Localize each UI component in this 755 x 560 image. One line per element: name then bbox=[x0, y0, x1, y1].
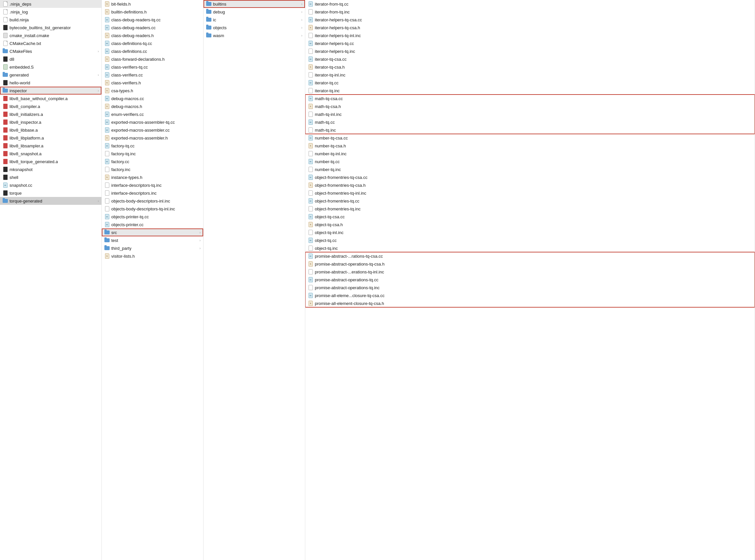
list-item[interactable]: ccobjects-printer.cc bbox=[102, 221, 203, 228]
list-item[interactable]: cciterator-helpers-tq.cc bbox=[305, 39, 755, 47]
list-item[interactable]: hvisitor-lists.h bbox=[102, 252, 203, 260]
list-item[interactable]: ccpromise-abstract-operations-tq.cc bbox=[305, 276, 755, 284]
list-item[interactable]: objects› bbox=[203, 24, 305, 32]
list-item[interactable]: iterator-tq.inc bbox=[305, 87, 755, 95]
list-item[interactable]: ccpromise-abstract-...rations-tq-csa.cc bbox=[305, 252, 755, 260]
list-item[interactable]: math-tq.inc bbox=[305, 126, 755, 134]
list-item[interactable]: debug› bbox=[203, 8, 305, 16]
list-item[interactable]: ccfactory.cc bbox=[102, 158, 203, 165]
list-item[interactable]: hpromise-abstract-operations-tq-csa.h bbox=[305, 260, 755, 268]
list-item[interactable]: third_party› bbox=[102, 244, 203, 252]
list-item[interactable]: build.ninja bbox=[0, 16, 101, 24]
list-item[interactable]: ccenum-verifiers.cc bbox=[102, 110, 203, 118]
list-item[interactable]: hcsa-types.h bbox=[102, 87, 203, 95]
list-item[interactable]: libv8_base_without_compiler.a bbox=[0, 95, 101, 102]
list-item[interactable]: hiterator-helpers-tq-csa.h bbox=[305, 24, 755, 32]
list-item[interactable]: libv8_torque_generated.a bbox=[0, 158, 101, 165]
list-item[interactable]: promise-abstract-...erations-tq-inl.inc bbox=[305, 268, 755, 276]
list-item[interactable]: src› bbox=[102, 228, 203, 236]
list-item[interactable]: embedded.S bbox=[0, 63, 101, 71]
list-item[interactable]: torque-generated› bbox=[0, 197, 101, 205]
list-item[interactable]: hobject-tq-csa.h bbox=[305, 221, 755, 228]
list-item[interactable]: hbit-fields.h bbox=[102, 0, 203, 8]
list-item[interactable]: CMakeFiles› bbox=[0, 47, 101, 55]
list-item[interactable]: libv8_libbase.a bbox=[0, 126, 101, 134]
list-item[interactable]: ccmath-tq-csa.cc bbox=[305, 95, 755, 102]
list-item[interactable]: hbuiltin-definitions.h bbox=[102, 8, 203, 16]
list-item[interactable]: cciterator-from-tq.cc bbox=[305, 0, 755, 8]
list-item[interactable]: cmake_install.cmake bbox=[0, 32, 101, 39]
list-item[interactable]: hclass-debug-readers.h bbox=[102, 32, 203, 39]
list-item[interactable]: ccobject-fromentries-tq.cc bbox=[305, 197, 755, 205]
list-item[interactable]: iterator-helpers-tq.inc bbox=[305, 47, 755, 55]
list-item[interactable]: ccfactory-tq.cc bbox=[102, 142, 203, 150]
list-item[interactable]: hnumber-tq-csa.h bbox=[305, 142, 755, 150]
list-item[interactable]: d8 bbox=[0, 55, 101, 63]
list-item[interactable]: hpromise-all-element-closure-tq-csa.h bbox=[305, 299, 755, 307]
list-item[interactable]: .ninja_log bbox=[0, 8, 101, 16]
list-item[interactable]: number-tq.inc bbox=[305, 165, 755, 173]
list-item[interactable]: ccexported-macros-assembler.cc bbox=[102, 126, 203, 134]
list-item[interactable]: hello-world bbox=[0, 79, 101, 87]
list-item[interactable]: hdebug-macros.h bbox=[102, 102, 203, 110]
list-item[interactable]: cciterator-helpers-tq-csa.cc bbox=[305, 16, 755, 24]
list-item[interactable]: libv8_initializers.a bbox=[0, 110, 101, 118]
list-item[interactable]: interface-descriptors-tq.inc bbox=[102, 181, 203, 189]
list-item[interactable]: factory.inc bbox=[102, 165, 203, 173]
list-item[interactable]: test› bbox=[102, 236, 203, 244]
list-item[interactable]: torque bbox=[0, 189, 101, 197]
list-item[interactable]: object-tq.inc bbox=[305, 244, 755, 252]
list-item[interactable]: ccobject-tq-csa.cc bbox=[305, 213, 755, 221]
list-item[interactable]: wasm› bbox=[203, 32, 305, 39]
pane-1[interactable]: .ninja_deps.ninja_logbuild.ninjabytecode… bbox=[0, 0, 102, 560]
list-item[interactable]: object-fromentries-tq-inl.inc bbox=[305, 189, 755, 197]
list-item[interactable]: ccmath-tq.cc bbox=[305, 118, 755, 126]
list-item[interactable]: factory-tq.inc bbox=[102, 150, 203, 158]
list-item[interactable]: inspector› bbox=[0, 87, 101, 95]
list-item[interactable]: objects-body-descriptors-tq-inl.inc bbox=[102, 205, 203, 213]
list-item[interactable]: ccobject-fromentries-tq-csa.cc bbox=[305, 173, 755, 181]
list-item[interactable]: libv8_compiler.a bbox=[0, 102, 101, 110]
list-item[interactable]: ccclass-verifiers.cc bbox=[102, 71, 203, 79]
list-item[interactable]: libv8_libplatform.a bbox=[0, 134, 101, 142]
list-item[interactable]: ccobject-tq.cc bbox=[305, 236, 755, 244]
list-item[interactable]: hinstance-types.h bbox=[102, 173, 203, 181]
list-item[interactable]: libv8_snapshot.a bbox=[0, 150, 101, 158]
list-item[interactable]: hclass-forward-declarations.h bbox=[102, 55, 203, 63]
list-item[interactable]: ccdebug-macros.cc bbox=[102, 95, 203, 102]
list-item[interactable]: ic› bbox=[203, 16, 305, 24]
pane-2[interactable]: hbit-fields.hhbuiltin-definitions.hcccla… bbox=[102, 0, 203, 560]
list-item[interactable]: objects-body-descriptors-inl.inc bbox=[102, 197, 203, 205]
list-item[interactable]: ccsnapshot.cc bbox=[0, 181, 101, 189]
list-item[interactable]: shell bbox=[0, 173, 101, 181]
list-item[interactable]: generated› bbox=[0, 71, 101, 79]
list-item[interactable]: ccclass-definitions.cc bbox=[102, 47, 203, 55]
list-item[interactable]: .ninja_deps bbox=[0, 0, 101, 8]
list-item[interactable]: CMakeCache.txt bbox=[0, 39, 101, 47]
list-item[interactable]: number-tq-inl.inc bbox=[305, 150, 755, 158]
list-item[interactable]: libv8_libsampler.a bbox=[0, 142, 101, 150]
list-item[interactable]: object-tq-inl.inc bbox=[305, 228, 755, 236]
list-item[interactable]: promise-abstract-operations-tq.inc bbox=[305, 284, 755, 292]
list-item[interactable]: hmath-tq-csa.h bbox=[305, 102, 755, 110]
list-item[interactable]: builtins› bbox=[203, 0, 305, 8]
list-item[interactable]: cciterator-tq.cc bbox=[305, 79, 755, 87]
list-item[interactable]: ccnumber-tq-csa.cc bbox=[305, 134, 755, 142]
list-item[interactable]: hiterator-tq-csa.h bbox=[305, 63, 755, 71]
list-item[interactable]: hclass-verifiers.h bbox=[102, 79, 203, 87]
list-item[interactable]: ccpromise-all-eleme...closure-tq-csa.cc bbox=[305, 292, 755, 299]
list-item[interactable]: interface-descriptors.inc bbox=[102, 189, 203, 197]
list-item[interactable]: iterator-helpers-tq-inl.inc bbox=[305, 32, 755, 39]
list-item[interactable]: ccclass-debug-readers.cc bbox=[102, 24, 203, 32]
list-item[interactable]: ccobjects-printer-tq.cc bbox=[102, 213, 203, 221]
list-item[interactable]: iterator-tq-inl.inc bbox=[305, 71, 755, 79]
pane-4[interactable]: cciterator-from-tq.cciterator-from-tq.in… bbox=[305, 0, 755, 560]
list-item[interactable]: ccexported-macros-assembler-tq.cc bbox=[102, 118, 203, 126]
list-item[interactable]: math-tq-inl.inc bbox=[305, 110, 755, 118]
list-item[interactable]: ccclass-debug-readers-tq.cc bbox=[102, 16, 203, 24]
list-item[interactable]: ccclass-verifiers-tq.cc bbox=[102, 63, 203, 71]
list-item[interactable]: hexported-macros-assembler.h bbox=[102, 134, 203, 142]
list-item[interactable]: libv8_inspector.a bbox=[0, 118, 101, 126]
pane-3[interactable]: builtins›debug›ic›objects›wasm› bbox=[203, 0, 305, 560]
list-item[interactable]: bytecode_builtins_list_generator bbox=[0, 24, 101, 32]
